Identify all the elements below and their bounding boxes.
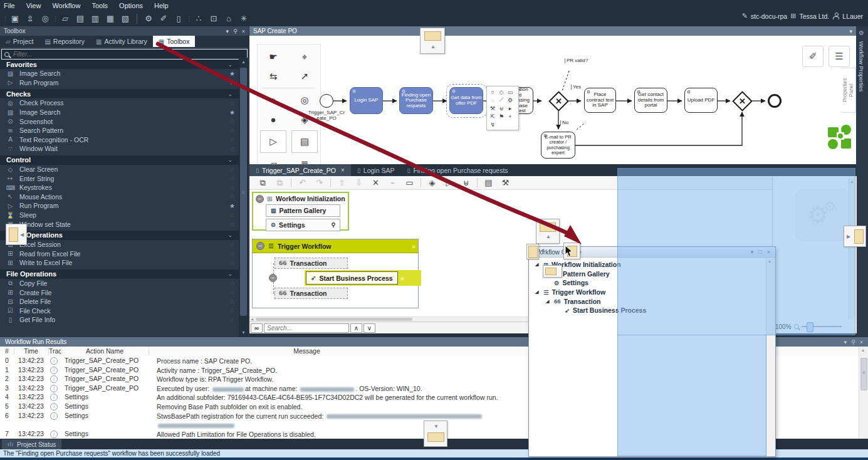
new-workflow-icon[interactable]: ✳ xyxy=(236,12,251,26)
favorite-star-icon[interactable]: ☆ xyxy=(229,100,235,107)
sidebar-tab-activity-library[interactable]: ▥Activity Library xyxy=(90,36,153,47)
favorite-star-icon[interactable]: ☆ xyxy=(229,280,235,286)
validate-icon[interactable]: ◎ xyxy=(38,12,53,26)
find-next-button[interactable]: ∨ xyxy=(363,323,375,333)
section-header-file-operations[interactable]: File Operations⌄ xyxy=(0,269,239,279)
copy-icon[interactable]: ⧉ xyxy=(254,178,271,188)
toolbox-item-window-wait[interactable]: ∵Window Wait☆ xyxy=(0,144,239,154)
toolbox-item-file-check[interactable]: ☑File Check☆ xyxy=(0,306,239,315)
favorite-star-icon[interactable]: ☆ xyxy=(229,136,235,143)
package-icon[interactable]: ▧ xyxy=(118,12,133,26)
toolbox-item-clear-screen[interactable]: ◇Clear Screen☆ xyxy=(0,165,239,174)
toolbox-close-button[interactable]: × xyxy=(242,28,245,34)
favorite-star-icon[interactable]: ☆ xyxy=(229,184,235,191)
section-header-excel-operations[interactable]: Excel Operations⌄ xyxy=(0,231,239,240)
sidebar-tab-repository[interactable]: ▤Repository xyxy=(39,36,90,47)
results-close-button[interactable]: × xyxy=(860,339,863,345)
column-header-trac[interactable]: Trac xyxy=(49,347,61,355)
toolbox-item-mouse-actions[interactable]: ↖Mouse Actions☆ xyxy=(0,192,239,202)
chevron-down-icon[interactable]: ⌄ xyxy=(227,157,233,163)
dock-guide-left[interactable]: ◀ xyxy=(6,224,27,245)
favorite-star-icon[interactable]: ☆ xyxy=(229,193,235,200)
scrollbar-thumb[interactable]: ≡ xyxy=(240,68,247,316)
favorite-star-icon[interactable]: ☆ xyxy=(229,307,235,314)
context-pad-icon[interactable]: ⇱ xyxy=(488,112,497,120)
favorite-star-icon[interactable]: ☆ xyxy=(229,118,235,125)
dock-guide-right[interactable]: ▶ xyxy=(844,226,866,247)
theme-brush-button[interactable]: ✐ xyxy=(802,46,824,67)
toolbox-item-screenshot[interactable]: ⊙Screenshot☆ xyxy=(0,117,239,126)
favorite-star-icon[interactable]: ☆ xyxy=(229,298,235,305)
favorite-star-icon[interactable]: ☆ xyxy=(229,212,235,219)
toolbox-menu-button[interactable]: ▾ xyxy=(226,28,229,34)
chevron-down-icon[interactable]: ⌄ xyxy=(227,232,233,238)
save-icon[interactable]: ▣ xyxy=(8,12,23,26)
favorite-star-icon[interactable]: ☆ xyxy=(229,127,235,134)
context-pad-icon[interactable]: ○ xyxy=(488,88,497,96)
document-icon[interactable]: ▦ xyxy=(103,12,118,26)
results-pin-button[interactable]: ⚲ xyxy=(851,339,855,345)
menu-tools[interactable]: Tools xyxy=(92,2,108,9)
start-business-process-chip[interactable]: ➶ Start Business Process xyxy=(306,271,398,285)
section-header-control[interactable]: Control⌄ xyxy=(0,155,239,165)
chevron-down-icon[interactable]: ⌄ xyxy=(227,91,233,97)
publish-icon[interactable]: ⇫ xyxy=(23,12,38,26)
sidebar-tab-project[interactable]: ▱Project xyxy=(0,36,39,47)
menu-options[interactable]: Options xyxy=(119,2,143,9)
workflow-initialization-block[interactable]: − ⊞ Workflow Initialization ▨ Pattern Ga… xyxy=(252,192,349,231)
settings-button[interactable]: ⚙ Settings ⚲ xyxy=(266,219,340,231)
toolbox-item-check-process[interactable]: ◎Check Process☆ xyxy=(0,98,239,108)
toolbox-item-run-program[interactable]: ▷Run Program★ xyxy=(0,201,239,211)
chevron-down-icon[interactable]: ⌄ xyxy=(227,271,233,277)
expander-icon[interactable]: ◢ xyxy=(535,290,540,295)
editor-search-input[interactable] xyxy=(264,323,349,333)
menu-view[interactable]: View xyxy=(26,2,41,9)
toolbox-item-read-from-excel-file[interactable]: ⊞Read from Excel File☆ xyxy=(0,249,239,259)
task-login-sap[interactable]: ⚙Login SAP xyxy=(350,87,383,114)
toolbox-item-run-program[interactable]: ▷Run Program★ xyxy=(0,78,239,88)
task-get-contact-details[interactable]: ⚙Get contact details from portal xyxy=(634,88,667,113)
column-header-time[interactable]: Time xyxy=(14,347,48,355)
favorite-star-icon[interactable]: ☆ xyxy=(229,289,235,296)
toolbox-item-sleep[interactable]: ⌛Sleep☆ xyxy=(0,211,239,220)
transaction-chip[interactable]: 66 Transaction xyxy=(275,288,348,299)
expander-icon[interactable]: ◢ xyxy=(535,262,540,267)
monitor-icon[interactable]: ⊡ xyxy=(206,12,221,26)
section-header-checks[interactable]: Checks⌄ xyxy=(0,89,239,98)
context-pad-icon[interactable]: ⊎ xyxy=(497,104,506,112)
toolbox-item-get-file-info[interactable]: ▯Get File Info☆ xyxy=(0,315,239,325)
close-icon[interactable]: × xyxy=(341,167,345,174)
company-name[interactable]: Tessa Ltd. xyxy=(799,13,829,20)
results-scrollbar[interactable]: ▴ ≡ xyxy=(859,347,868,439)
settings-icon[interactable]: ⚙ xyxy=(141,12,156,26)
pin-icon[interactable]: ⚲ xyxy=(331,222,335,228)
trigger-block-header[interactable]: − ☰ Trigger Workflow » xyxy=(253,239,418,253)
context-pad-icon[interactable]: ▭ xyxy=(506,88,515,96)
find-previous-button[interactable]: ∧ xyxy=(350,323,362,333)
toolbox-item-search-pattern[interactable]: ≋Search Pattern☆ xyxy=(0,126,239,135)
task-finding-open-purchase-requests[interactable]: ⚙Finding open Purchase requests xyxy=(399,87,433,114)
task-upload-pdf[interactable]: ⚙Upload PDF xyxy=(684,88,718,113)
properties-panel-tab[interactable]: Properties Panel xyxy=(840,68,856,113)
menu-help[interactable]: Help xyxy=(154,2,169,9)
collapse-icon[interactable]: − xyxy=(269,274,277,282)
bpmn-canvas[interactable]: ☛⌖⇆↗○◎●◈▷▤▱≣ Trigger_S xyxy=(249,36,856,164)
toolbox-item-create-file[interactable]: ⊞Create File☆ xyxy=(0,288,239,297)
configure-icon[interactable]: ⚒ xyxy=(497,178,514,187)
context-pad-icon[interactable]: ⚙ xyxy=(506,96,515,104)
document-info-icon[interactable]: ▯ xyxy=(171,12,186,26)
toolbox-item-excel-session[interactable]: ⊞Excel Session☆ xyxy=(0,240,239,249)
dock-guide-bottom[interactable]: ▼ xyxy=(424,421,447,447)
attachment-icon[interactable]: ✐ xyxy=(156,12,171,26)
pattern-gallery-button[interactable]: ▨ Pattern Gallery xyxy=(266,204,340,217)
scroll-up-icon[interactable]: ▴ xyxy=(239,59,248,65)
end-event[interactable] xyxy=(768,94,782,108)
editor-tab-finding-open-purchase-requests[interactable]: ▯Finding open Purchase requests xyxy=(400,164,514,176)
workflow-properties-tab[interactable]: Workflow Properties xyxy=(858,41,864,91)
task-place-contract-text[interactable]: ⚙Place contract text in SAP xyxy=(584,88,616,113)
favorite-star-icon[interactable]: ☆ xyxy=(229,221,235,227)
print-icon[interactable]: ▤ xyxy=(480,178,497,187)
activity-library-icon[interactable]: ▥ xyxy=(88,12,103,26)
editor-tab-trigger-sap-create-po[interactable]: ▯Trigger_SAP_Create_PO× xyxy=(249,164,351,176)
deploy-icon[interactable]: ▭ xyxy=(401,178,418,187)
